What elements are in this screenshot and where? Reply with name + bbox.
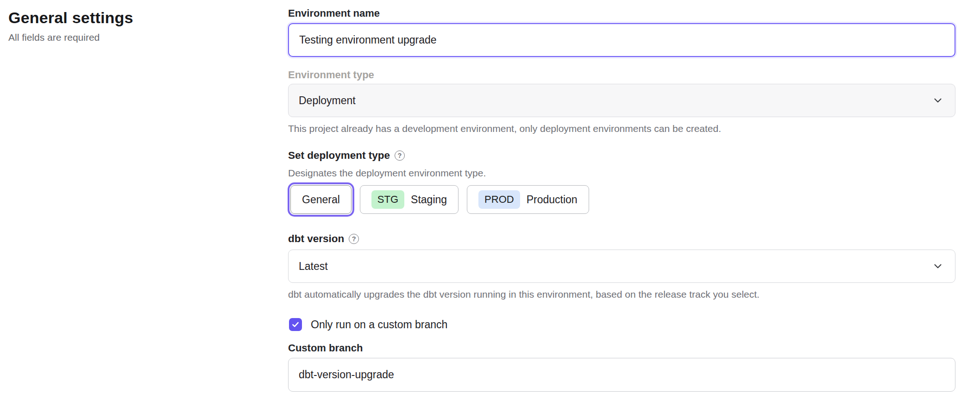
dbt-version-select[interactable]: Latest — [288, 250, 955, 283]
custom-branch-input[interactable] — [288, 358, 955, 392]
help-icon[interactable]: ? — [395, 150, 405, 161]
custom-branch-label: Custom branch — [288, 342, 955, 354]
settings-form: Environment name Environment type Deploy… — [288, 6, 955, 391]
deployment-type-production-label: Production — [527, 194, 578, 206]
environment-name-input[interactable] — [288, 23, 955, 57]
environment-name-label: Environment name — [288, 7, 955, 19]
environment-type-helper: This project already has a development e… — [288, 123, 955, 135]
deployment-type-helper: Designates the deployment environment ty… — [288, 167, 955, 179]
chevron-down-icon — [932, 260, 944, 272]
deployment-type-label: Set deployment type ? — [288, 149, 955, 162]
custom-branch-checkbox[interactable] — [289, 318, 302, 331]
staging-badge: STG — [371, 190, 404, 209]
dbt-version-label: dbt version ? — [288, 232, 955, 246]
checkmark-icon — [291, 320, 300, 329]
deployment-type-label-text: Set deployment type — [288, 149, 390, 162]
deployment-type-general-button[interactable]: General — [290, 185, 352, 214]
deployment-type-general-label: General — [302, 194, 340, 206]
dbt-version-value: Latest — [299, 260, 328, 273]
environment-settings-page: General settings All fields are required… — [0, 0, 980, 400]
help-icon[interactable]: ? — [349, 234, 359, 244]
environment-type-label: Environment type — [288, 69, 955, 81]
dbt-version-helper: dbt automatically upgrades the dbt versi… — [288, 288, 955, 300]
deployment-type-staging-button[interactable]: STG Staging — [360, 185, 459, 214]
deployment-type-options: General STG Staging PROD Production — [288, 183, 955, 216]
deployment-type-production-button[interactable]: PROD Production — [467, 185, 589, 214]
environment-type-select[interactable]: Deployment — [288, 84, 955, 117]
production-badge: PROD — [478, 190, 520, 209]
custom-branch-checkbox-label: Only run on a custom branch — [311, 319, 447, 331]
chevron-down-icon — [932, 94, 944, 106]
custom-branch-checkbox-row[interactable]: Only run on a custom branch — [288, 318, 955, 331]
page-title: General settings — [8, 8, 288, 27]
heading-column: General settings All fields are required — [8, 6, 288, 391]
environment-type-value: Deployment — [299, 94, 356, 107]
dbt-version-label-text: dbt version — [288, 232, 344, 246]
deployment-type-staging-label: Staging — [411, 194, 447, 206]
page-subtitle: All fields are required — [8, 32, 288, 43]
